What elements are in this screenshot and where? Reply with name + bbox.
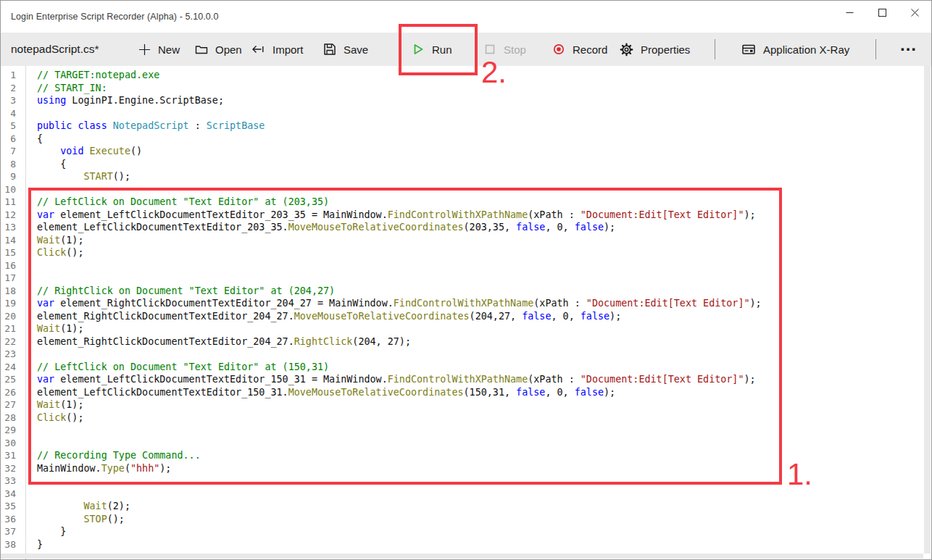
run-button[interactable]: Run bbox=[412, 33, 452, 66]
code-line bbox=[37, 259, 931, 272]
line-number: 34 bbox=[1, 488, 25, 501]
code-line: // LeftClick on Document "Text Editor" a… bbox=[37, 361, 931, 374]
code-line: Click(); bbox=[37, 411, 931, 425]
application-xray-label: Application X-Ray bbox=[763, 43, 849, 56]
run-label: Run bbox=[432, 43, 452, 56]
line-number: 13 bbox=[1, 221, 25, 234]
toolbar-separator bbox=[715, 39, 715, 59]
title-bar: Login Enterprise Script Recorder (Alpha)… bbox=[1, 1, 931, 33]
line-number: 30 bbox=[1, 437, 25, 450]
floppy-disk-icon bbox=[323, 43, 336, 56]
line-number: 1 bbox=[1, 69, 25, 82]
code-line: } bbox=[37, 525, 931, 538]
new-label: New bbox=[158, 43, 180, 56]
line-number: 15 bbox=[1, 246, 25, 259]
toolbar: notepadScript.cs* New Open Import Save bbox=[1, 33, 931, 66]
line-number: 20 bbox=[1, 310, 25, 323]
code-line: MainWindow.Type("hhh"); bbox=[37, 462, 931, 475]
line-number: 4 bbox=[1, 107, 25, 120]
horizontal-scrollbar[interactable] bbox=[1, 553, 923, 559]
code-line bbox=[37, 183, 931, 196]
new-button[interactable]: New bbox=[138, 33, 180, 66]
record-circle-icon bbox=[552, 43, 565, 56]
stop-label: Stop bbox=[504, 43, 526, 56]
folder-icon bbox=[195, 43, 208, 55]
file-tab[interactable]: notepadScript.cs* bbox=[11, 33, 99, 66]
code-line: Click(); bbox=[37, 246, 931, 259]
application-xray-button[interactable]: Application X-Ray bbox=[741, 33, 849, 66]
line-number: 14 bbox=[1, 234, 25, 247]
line-number: 25 bbox=[1, 373, 25, 386]
maximize-icon bbox=[878, 8, 886, 19]
code-content[interactable]: // TARGET:notepad.exe// START_IN:using L… bbox=[26, 66, 931, 559]
line-number: 12 bbox=[1, 209, 25, 222]
code-line: element_RightClickDocumentTextEditor_204… bbox=[37, 310, 931, 323]
code-editor: 1234567891011121314151617181920212223242… bbox=[1, 66, 931, 559]
app-window: Login Enterprise Script Recorder (Alpha)… bbox=[0, 0, 932, 560]
open-label: Open bbox=[215, 43, 242, 56]
line-number: 33 bbox=[1, 475, 25, 488]
code-line: element_LeftClickDocumentTextEditor_203_… bbox=[37, 221, 931, 234]
line-number: 8 bbox=[1, 158, 25, 171]
line-number: 2 bbox=[1, 82, 25, 95]
code-line: { bbox=[37, 158, 931, 171]
code-line: element_RightClickDocumentTextEditor_204… bbox=[37, 335, 931, 348]
import-arrow-icon bbox=[251, 43, 265, 55]
record-label: Record bbox=[573, 43, 607, 56]
code-line bbox=[37, 272, 931, 285]
toolbar-separator bbox=[875, 39, 876, 59]
code-line: void Execute() bbox=[37, 145, 931, 158]
code-line bbox=[37, 348, 931, 361]
code-line: // Recording Type Command... bbox=[37, 449, 931, 462]
import-label: Import bbox=[272, 43, 304, 56]
line-number: 7 bbox=[1, 145, 25, 158]
stop-square-icon bbox=[483, 43, 496, 56]
line-number: 28 bbox=[1, 411, 25, 425]
code-line: // LeftClick on Document "Text Editor" a… bbox=[37, 196, 931, 209]
line-number: 21 bbox=[1, 322, 25, 335]
code-line: // TARGET:notepad.exe bbox=[37, 69, 931, 82]
code-line bbox=[37, 107, 931, 120]
properties-button[interactable]: Properties bbox=[620, 33, 690, 66]
vertical-scrollbar[interactable] bbox=[924, 66, 931, 553]
import-button[interactable]: Import bbox=[251, 33, 304, 66]
line-number: 3 bbox=[1, 94, 25, 107]
close-button[interactable] bbox=[899, 1, 931, 25]
line-number: 16 bbox=[1, 259, 25, 272]
code-line: STOP(); bbox=[37, 513, 931, 526]
line-number: 26 bbox=[1, 386, 25, 399]
line-number: 9 bbox=[1, 170, 25, 183]
line-number: 6 bbox=[1, 133, 25, 146]
plus-icon bbox=[138, 43, 151, 56]
line-number: 32 bbox=[1, 462, 25, 475]
code-line: using LoginPI.Engine.ScriptBase; bbox=[37, 94, 931, 107]
code-line: // RightClick on Document "Text Editor" … bbox=[37, 285, 931, 298]
stop-button[interactable]: Stop bbox=[483, 33, 526, 66]
open-button[interactable]: Open bbox=[195, 33, 242, 66]
line-number: 37 bbox=[1, 525, 25, 538]
code-line: var element_LeftClickDocumentTextEditor_… bbox=[37, 209, 931, 222]
code-line bbox=[37, 424, 931, 437]
line-number: 27 bbox=[1, 398, 25, 411]
save-label: Save bbox=[344, 43, 368, 56]
line-number: 17 bbox=[1, 272, 25, 285]
code-line: public class NotepadScript : ScriptBase bbox=[37, 120, 931, 133]
line-number: 22 bbox=[1, 335, 25, 348]
code-line bbox=[37, 437, 931, 450]
more-button[interactable]: … bbox=[899, 33, 918, 66]
line-number: 31 bbox=[1, 449, 25, 462]
window-title: Login Enterprise Script Recorder (Alpha)… bbox=[1, 12, 219, 22]
gear-icon bbox=[620, 43, 633, 57]
save-button[interactable]: Save bbox=[323, 33, 368, 66]
window-controls bbox=[833, 1, 931, 25]
line-number: 19 bbox=[1, 297, 25, 310]
minimize-button[interactable] bbox=[833, 1, 866, 25]
line-number: 24 bbox=[1, 361, 25, 374]
line-number: 29 bbox=[1, 424, 25, 437]
maximize-button[interactable] bbox=[866, 1, 899, 25]
line-number: 5 bbox=[1, 120, 25, 133]
line-number: 10 bbox=[1, 183, 25, 196]
record-button[interactable]: Record bbox=[552, 33, 607, 66]
line-number: 38 bbox=[1, 538, 25, 551]
code-line: // START_IN: bbox=[37, 82, 931, 95]
